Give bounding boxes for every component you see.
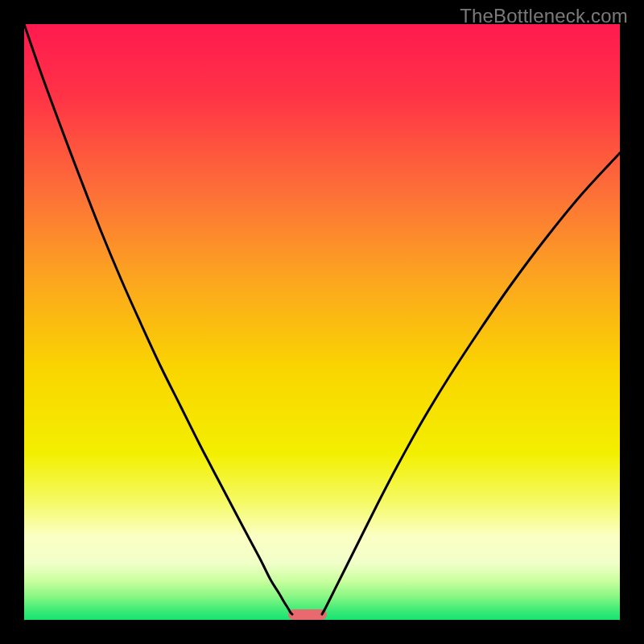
curves-svg	[24, 24, 620, 620]
plot-area	[24, 24, 620, 620]
left-curve	[24, 24, 292, 614]
right-curve	[322, 153, 620, 614]
chart-frame: TheBottleneck.com	[0, 0, 644, 644]
